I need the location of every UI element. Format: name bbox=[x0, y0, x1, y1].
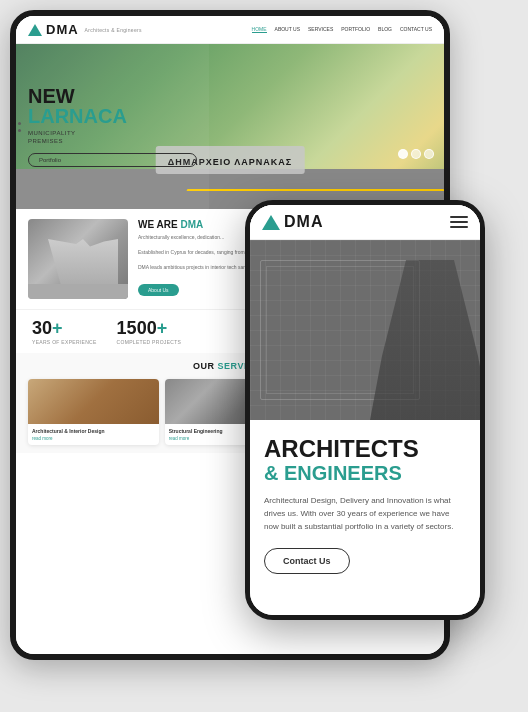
tablet-stat-projects: 1500+ Completed Projects bbox=[117, 318, 182, 345]
phone-logo: DMA bbox=[262, 213, 323, 231]
tablet-logo-sub: Architects & Engineers bbox=[85, 27, 142, 33]
phone-hero-section bbox=[250, 240, 480, 420]
phone-screen: DMA ARCHITECTS & ENGINEERS Architectural… bbox=[250, 205, 480, 615]
tablet-stat-years-number: 30+ bbox=[32, 318, 97, 339]
tablet-stat-projects-label: Completed Projects bbox=[117, 339, 182, 345]
tablet-hero-subtitle: MUNICIPALITYPREMISES bbox=[28, 129, 197, 146]
phone-content-subtitle: & ENGINEERS bbox=[264, 462, 466, 485]
tablet-hero-dot-3[interactable] bbox=[424, 149, 434, 159]
phone-hamburger-line-3 bbox=[450, 226, 468, 228]
tablet-nav-services[interactable]: SERVICES bbox=[308, 26, 333, 33]
tablet-hero-title-new: NEW bbox=[28, 86, 197, 106]
phone-content-text: Architectural Design, Delivery and Innov… bbox=[264, 495, 466, 533]
phone-logo-triangle-icon bbox=[262, 215, 280, 230]
tablet-hero-title-larnaca: LARNACA bbox=[28, 106, 197, 126]
phone-content-title: ARCHITECTS bbox=[264, 436, 466, 462]
tablet-nav-blog[interactable]: BLOG bbox=[378, 26, 392, 33]
tablet-hero-portfolio-button[interactable]: Portfolio bbox=[28, 153, 197, 167]
phone-hero-image bbox=[250, 240, 480, 420]
tablet-about-button[interactable]: About Us bbox=[138, 284, 179, 296]
phone-hamburger-line-1 bbox=[450, 216, 468, 218]
tablet-logo-triangle-icon bbox=[28, 24, 42, 36]
tablet-hero-carousel-dots bbox=[398, 149, 434, 159]
tablet-service-more-1[interactable]: read more bbox=[28, 436, 159, 445]
phone-hamburger-menu[interactable] bbox=[450, 216, 468, 228]
phone-navbar: DMA bbox=[250, 205, 480, 240]
tablet-service-label-1: Architectural & Interior Design bbox=[28, 424, 159, 436]
tablet-service-img-1 bbox=[28, 379, 159, 424]
tablet-stat-projects-number: 1500+ bbox=[117, 318, 182, 339]
tablet-about-brand: DMA bbox=[180, 219, 203, 230]
tablet-logo: DMA Architects & Engineers bbox=[28, 22, 142, 37]
tablet-hero-section: ΔΗΜΑΡΧΕΙΟ ΛΑΡΝΑΚΑΣ NEW LARNACA MUNICI bbox=[16, 44, 444, 209]
tablet-logo-text: DMA bbox=[46, 22, 79, 37]
tablet-nav-portfolio[interactable]: PORTFOLIO bbox=[341, 26, 370, 33]
tablet-navbar: DMA Architects & Engineers HOME ABOUT US… bbox=[16, 16, 444, 44]
phone-device: DMA ARCHITECTS & ENGINEERS Architectural… bbox=[245, 200, 485, 620]
tablet-service-card-1: Architectural & Interior Design read mor… bbox=[28, 379, 159, 445]
phone-hamburger-line-2 bbox=[450, 221, 468, 223]
phone-content-section: ARCHITECTS & ENGINEERS Architectural Des… bbox=[250, 420, 480, 590]
tablet-nav-contact[interactable]: CONTACT US bbox=[400, 26, 432, 33]
tablet-nav-links: HOME ABOUT US SERVICES PORTFOLIO BLOG CO… bbox=[252, 26, 432, 33]
tablet-nav-home[interactable]: HOME bbox=[252, 26, 267, 33]
phone-logo-text: DMA bbox=[284, 213, 323, 231]
tablet-about-image bbox=[28, 219, 128, 299]
tablet-hero-overlay: NEW LARNACA MUNICIPALITYPREMISES Portfol… bbox=[16, 44, 209, 209]
tablet-hero-dot-2[interactable] bbox=[411, 149, 421, 159]
tablet-stat-years-label: Years of Experience bbox=[32, 339, 97, 345]
tablet-nav-about[interactable]: ABOUT US bbox=[275, 26, 300, 33]
phone-contact-button[interactable]: Contact Us bbox=[264, 548, 350, 574]
tablet-hero-dot-1[interactable] bbox=[398, 149, 408, 159]
tablet-stat-years: 30+ Years of Experience bbox=[32, 318, 97, 345]
